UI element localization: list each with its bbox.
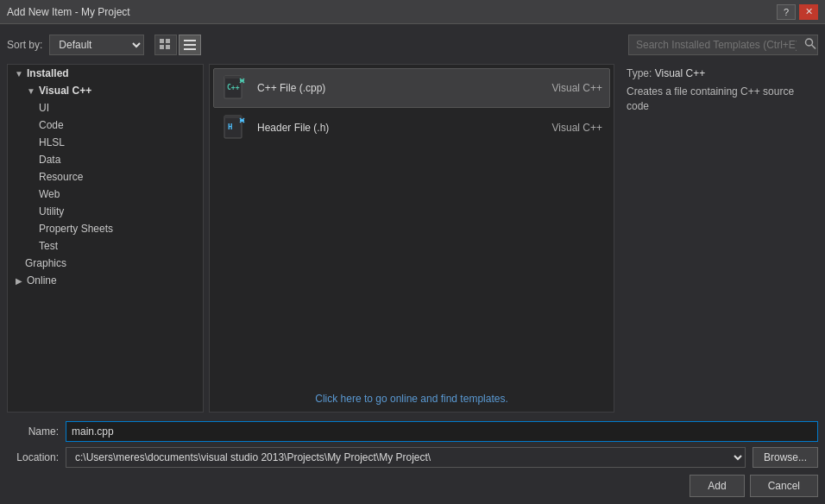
expand-installed: ▼ [13, 67, 25, 79]
type-label: Type: Visual C++ [627, 67, 811, 79]
cancel-button[interactable]: Cancel [750, 475, 818, 497]
cpp-file-category: Visual C++ [533, 82, 602, 94]
type-value: Visual C++ [655, 67, 705, 79]
tree-label-hlsl: HLSL [39, 136, 65, 148]
svg-rect-0 [160, 39, 164, 43]
tree-item-visual-cpp[interactable]: ▼ Visual C++ [8, 82, 203, 99]
main-content: ▼ Installed ▼ Visual C++ UI Code HLSL Da… [7, 64, 818, 413]
tree-item-ui[interactable]: UI [8, 99, 203, 117]
tree-label-visual-cpp: Visual C++ [39, 85, 91, 97]
svg-text:H: H [228, 123, 232, 131]
type-description: Creates a file containing C++ source cod… [627, 85, 811, 114]
tree-label-code: Code [39, 119, 64, 131]
svg-rect-1 [166, 39, 170, 43]
tree-item-resource[interactable]: Resource [8, 168, 203, 186]
tree-item-online[interactable]: ▶ Online [8, 272, 203, 289]
tree-label-web: Web [39, 188, 60, 200]
help-button[interactable]: ? [777, 4, 796, 20]
svg-rect-15 [224, 116, 242, 138]
action-row: Add Cancel [7, 473, 818, 497]
tree-item-property-sheets[interactable]: Property Sheets [8, 220, 203, 237]
svg-text:C++: C++ [227, 84, 240, 91]
name-label: Name: [7, 425, 59, 438]
close-button[interactable]: ✕ [799, 4, 818, 20]
add-button[interactable]: Add [690, 475, 744, 497]
header-file-icon: H [221, 114, 249, 142]
location-label: Location: [7, 451, 59, 463]
cpp-file-icon: C++ [221, 74, 249, 102]
tree-label-ui: UI [39, 102, 49, 114]
tree-item-hlsl[interactable]: HLSL [8, 134, 203, 151]
svg-rect-5 [184, 44, 196, 46]
expand-online: ▶ [13, 274, 25, 287]
right-panel: Type: Visual C++ Creates a file containi… [620, 64, 818, 413]
search-icon-button[interactable] [804, 38, 816, 53]
sort-by-label: Sort by: [7, 39, 42, 51]
header-file-name: Header File (.h) [257, 122, 525, 134]
online-link[interactable]: Click here to go online and find templat… [315, 393, 507, 405]
svg-rect-6 [184, 48, 196, 50]
svg-rect-10 [224, 76, 242, 79]
name-input[interactable] [66, 421, 818, 442]
svg-rect-4 [184, 40, 196, 41]
template-item-header[interactable]: H Header File (.h) Visual C++ [213, 108, 610, 148]
tree-label-test: Test [39, 240, 58, 252]
header-file-category: Visual C++ [533, 122, 602, 134]
search-box [628, 35, 818, 55]
view-buttons [154, 35, 201, 55]
left-panel: ▼ Installed ▼ Visual C++ UI Code HLSL Da… [7, 64, 204, 413]
tree-label-utility: Utility [39, 205, 64, 217]
svg-rect-2 [160, 45, 164, 49]
toolbar-row: Sort by: Default [7, 31, 818, 59]
location-row: Location: c:\Users\meres\documents\visua… [7, 447, 818, 468]
title-bar-buttons: ? ✕ [777, 4, 818, 20]
template-list: C++ C++ File (.cpp) Visual C++ [210, 65, 614, 386]
sort-select[interactable]: Default [49, 35, 144, 55]
tree-label-graphics: Graphics [25, 257, 66, 269]
tree-item-utility[interactable]: Utility [8, 203, 203, 220]
search-icon [804, 38, 816, 50]
title-bar: Add New Item - My Project ? ✕ [0, 0, 825, 24]
template-item-cpp[interactable]: C++ C++ File (.cpp) Visual C++ [213, 68, 610, 108]
dialog-title: Add New Item - My Project [7, 6, 130, 18]
bottom-row: Name: Location: c:\Users\meres\documents… [7, 418, 818, 497]
svg-rect-3 [166, 45, 170, 49]
grid-view-button[interactable] [154, 35, 177, 55]
online-link-row: Click here to go online and find templat… [210, 386, 614, 412]
type-key: Type: [627, 67, 652, 79]
svg-rect-16 [224, 116, 242, 118]
svg-point-7 [806, 39, 813, 46]
tree-item-data[interactable]: Data [8, 151, 203, 168]
browse-button[interactable]: Browse... [753, 447, 818, 468]
list-view-button[interactable] [179, 35, 201, 55]
tree-item-graphics[interactable]: Graphics [8, 255, 203, 272]
tree-label-resource: Resource [39, 171, 83, 183]
svg-line-8 [812, 45, 816, 49]
tree-item-web[interactable]: Web [8, 186, 203, 203]
tree-label-property-sheets: Property Sheets [39, 223, 113, 235]
tree-label-online: Online [27, 274, 57, 287]
search-input[interactable] [628, 35, 818, 55]
cpp-file-name: C++ File (.cpp) [257, 82, 525, 94]
name-row: Name: [7, 421, 818, 442]
tree-item-installed[interactable]: ▼ Installed [8, 65, 203, 82]
tree-item-code[interactable]: Code [8, 117, 203, 134]
dialog-body: Sort by: Default [0, 24, 825, 504]
expand-visual-cpp: ▼ [25, 85, 37, 97]
tree-label-data: Data [39, 154, 60, 166]
tree-item-test[interactable]: Test [8, 237, 203, 255]
location-select[interactable]: c:\Users\meres\documents\visual studio 2… [66, 447, 746, 468]
tree-label-installed: Installed [27, 67, 69, 79]
center-panel: C++ C++ File (.cpp) Visual C++ [209, 64, 614, 413]
